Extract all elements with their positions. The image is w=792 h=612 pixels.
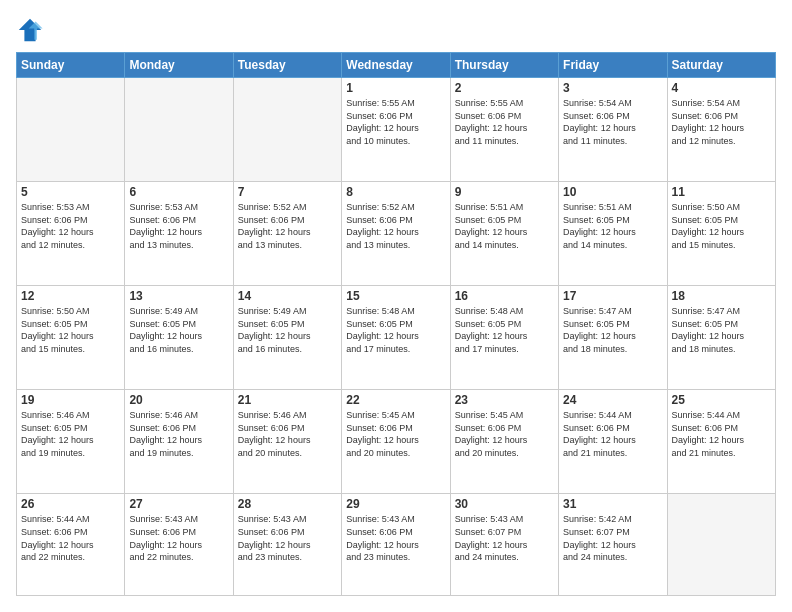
page: SundayMondayTuesdayWednesdayThursdayFrid…: [0, 0, 792, 612]
calendar-cell: 15Sunrise: 5:48 AM Sunset: 6:05 PM Dayli…: [342, 286, 450, 390]
day-info: Sunrise: 5:48 AM Sunset: 6:05 PM Dayligh…: [455, 305, 554, 355]
calendar-cell: 6Sunrise: 5:53 AM Sunset: 6:06 PM Daylig…: [125, 182, 233, 286]
calendar-cell: 12Sunrise: 5:50 AM Sunset: 6:05 PM Dayli…: [17, 286, 125, 390]
day-info: Sunrise: 5:46 AM Sunset: 6:05 PM Dayligh…: [21, 409, 120, 459]
day-number: 12: [21, 289, 120, 303]
logo-icon: [16, 16, 44, 44]
calendar-cell: 9Sunrise: 5:51 AM Sunset: 6:05 PM Daylig…: [450, 182, 558, 286]
svg-marker-0: [19, 19, 41, 41]
day-info: Sunrise: 5:43 AM Sunset: 6:07 PM Dayligh…: [455, 513, 554, 563]
weekday-header-row: SundayMondayTuesdayWednesdayThursdayFrid…: [17, 53, 776, 78]
day-number: 31: [563, 497, 662, 511]
calendar-cell: 17Sunrise: 5:47 AM Sunset: 6:05 PM Dayli…: [559, 286, 667, 390]
calendar-cell: 11Sunrise: 5:50 AM Sunset: 6:05 PM Dayli…: [667, 182, 775, 286]
day-number: 7: [238, 185, 337, 199]
header: [16, 16, 776, 44]
day-info: Sunrise: 5:54 AM Sunset: 6:06 PM Dayligh…: [563, 97, 662, 147]
day-info: Sunrise: 5:53 AM Sunset: 6:06 PM Dayligh…: [21, 201, 120, 251]
calendar-cell: 10Sunrise: 5:51 AM Sunset: 6:05 PM Dayli…: [559, 182, 667, 286]
calendar-cell: [667, 494, 775, 596]
calendar-cell: 2Sunrise: 5:55 AM Sunset: 6:06 PM Daylig…: [450, 78, 558, 182]
day-number: 10: [563, 185, 662, 199]
day-number: 14: [238, 289, 337, 303]
day-number: 19: [21, 393, 120, 407]
calendar-cell: 8Sunrise: 5:52 AM Sunset: 6:06 PM Daylig…: [342, 182, 450, 286]
calendar-cell: 23Sunrise: 5:45 AM Sunset: 6:06 PM Dayli…: [450, 390, 558, 494]
calendar-cell: [17, 78, 125, 182]
day-info: Sunrise: 5:44 AM Sunset: 6:06 PM Dayligh…: [672, 409, 771, 459]
day-number: 26: [21, 497, 120, 511]
calendar-cell: 27Sunrise: 5:43 AM Sunset: 6:06 PM Dayli…: [125, 494, 233, 596]
day-info: Sunrise: 5:55 AM Sunset: 6:06 PM Dayligh…: [455, 97, 554, 147]
calendar-cell: [125, 78, 233, 182]
calendar-cell: 30Sunrise: 5:43 AM Sunset: 6:07 PM Dayli…: [450, 494, 558, 596]
calendar-cell: 14Sunrise: 5:49 AM Sunset: 6:05 PM Dayli…: [233, 286, 341, 390]
day-number: 6: [129, 185, 228, 199]
day-number: 29: [346, 497, 445, 511]
calendar-cell: 20Sunrise: 5:46 AM Sunset: 6:06 PM Dayli…: [125, 390, 233, 494]
day-info: Sunrise: 5:46 AM Sunset: 6:06 PM Dayligh…: [129, 409, 228, 459]
day-number: 30: [455, 497, 554, 511]
day-number: 28: [238, 497, 337, 511]
day-info: Sunrise: 5:43 AM Sunset: 6:06 PM Dayligh…: [238, 513, 337, 563]
day-info: Sunrise: 5:47 AM Sunset: 6:05 PM Dayligh…: [563, 305, 662, 355]
day-info: Sunrise: 5:52 AM Sunset: 6:06 PM Dayligh…: [346, 201, 445, 251]
calendar-week-row: 5Sunrise: 5:53 AM Sunset: 6:06 PM Daylig…: [17, 182, 776, 286]
calendar-cell: 31Sunrise: 5:42 AM Sunset: 6:07 PM Dayli…: [559, 494, 667, 596]
day-info: Sunrise: 5:51 AM Sunset: 6:05 PM Dayligh…: [455, 201, 554, 251]
day-info: Sunrise: 5:45 AM Sunset: 6:06 PM Dayligh…: [346, 409, 445, 459]
day-info: Sunrise: 5:52 AM Sunset: 6:06 PM Dayligh…: [238, 201, 337, 251]
day-info: Sunrise: 5:49 AM Sunset: 6:05 PM Dayligh…: [238, 305, 337, 355]
calendar-week-row: 12Sunrise: 5:50 AM Sunset: 6:05 PM Dayli…: [17, 286, 776, 390]
calendar-cell: [233, 78, 341, 182]
day-info: Sunrise: 5:50 AM Sunset: 6:05 PM Dayligh…: [21, 305, 120, 355]
day-info: Sunrise: 5:48 AM Sunset: 6:05 PM Dayligh…: [346, 305, 445, 355]
weekday-header-thursday: Thursday: [450, 53, 558, 78]
weekday-header-sunday: Sunday: [17, 53, 125, 78]
day-number: 23: [455, 393, 554, 407]
day-info: Sunrise: 5:53 AM Sunset: 6:06 PM Dayligh…: [129, 201, 228, 251]
weekday-header-saturday: Saturday: [667, 53, 775, 78]
day-info: Sunrise: 5:50 AM Sunset: 6:05 PM Dayligh…: [672, 201, 771, 251]
calendar-cell: 28Sunrise: 5:43 AM Sunset: 6:06 PM Dayli…: [233, 494, 341, 596]
day-info: Sunrise: 5:47 AM Sunset: 6:05 PM Dayligh…: [672, 305, 771, 355]
calendar-cell: 29Sunrise: 5:43 AM Sunset: 6:06 PM Dayli…: [342, 494, 450, 596]
calendar-cell: 4Sunrise: 5:54 AM Sunset: 6:06 PM Daylig…: [667, 78, 775, 182]
day-number: 13: [129, 289, 228, 303]
calendar-cell: 1Sunrise: 5:55 AM Sunset: 6:06 PM Daylig…: [342, 78, 450, 182]
calendar-cell: 5Sunrise: 5:53 AM Sunset: 6:06 PM Daylig…: [17, 182, 125, 286]
day-number: 9: [455, 185, 554, 199]
calendar-cell: 19Sunrise: 5:46 AM Sunset: 6:05 PM Dayli…: [17, 390, 125, 494]
day-info: Sunrise: 5:49 AM Sunset: 6:05 PM Dayligh…: [129, 305, 228, 355]
day-number: 3: [563, 81, 662, 95]
day-number: 1: [346, 81, 445, 95]
calendar-cell: 13Sunrise: 5:49 AM Sunset: 6:05 PM Dayli…: [125, 286, 233, 390]
calendar-week-row: 1Sunrise: 5:55 AM Sunset: 6:06 PM Daylig…: [17, 78, 776, 182]
day-info: Sunrise: 5:54 AM Sunset: 6:06 PM Dayligh…: [672, 97, 771, 147]
calendar-cell: 25Sunrise: 5:44 AM Sunset: 6:06 PM Dayli…: [667, 390, 775, 494]
day-info: Sunrise: 5:44 AM Sunset: 6:06 PM Dayligh…: [21, 513, 120, 563]
day-number: 2: [455, 81, 554, 95]
calendar-cell: 18Sunrise: 5:47 AM Sunset: 6:05 PM Dayli…: [667, 286, 775, 390]
day-info: Sunrise: 5:43 AM Sunset: 6:06 PM Dayligh…: [346, 513, 445, 563]
logo: [16, 16, 46, 44]
day-number: 20: [129, 393, 228, 407]
calendar-table: SundayMondayTuesdayWednesdayThursdayFrid…: [16, 52, 776, 596]
day-number: 11: [672, 185, 771, 199]
day-info: Sunrise: 5:42 AM Sunset: 6:07 PM Dayligh…: [563, 513, 662, 563]
day-number: 18: [672, 289, 771, 303]
calendar-cell: 22Sunrise: 5:45 AM Sunset: 6:06 PM Dayli…: [342, 390, 450, 494]
day-number: 27: [129, 497, 228, 511]
day-number: 22: [346, 393, 445, 407]
day-info: Sunrise: 5:46 AM Sunset: 6:06 PM Dayligh…: [238, 409, 337, 459]
day-number: 5: [21, 185, 120, 199]
calendar-week-row: 19Sunrise: 5:46 AM Sunset: 6:05 PM Dayli…: [17, 390, 776, 494]
day-number: 16: [455, 289, 554, 303]
day-info: Sunrise: 5:45 AM Sunset: 6:06 PM Dayligh…: [455, 409, 554, 459]
day-info: Sunrise: 5:51 AM Sunset: 6:05 PM Dayligh…: [563, 201, 662, 251]
day-number: 25: [672, 393, 771, 407]
day-number: 4: [672, 81, 771, 95]
weekday-header-wednesday: Wednesday: [342, 53, 450, 78]
day-number: 8: [346, 185, 445, 199]
day-info: Sunrise: 5:55 AM Sunset: 6:06 PM Dayligh…: [346, 97, 445, 147]
